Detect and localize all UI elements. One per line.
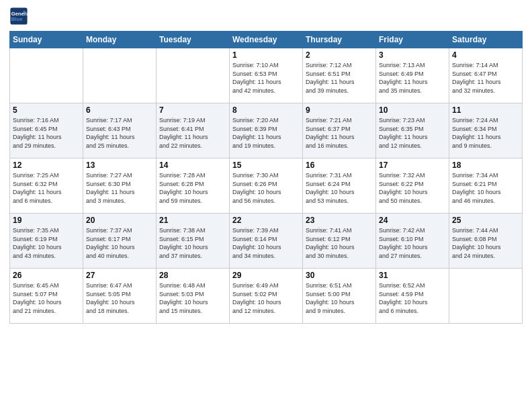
day-info: Sunrise: 7:24 AM Sunset: 6:34 PM Dayligh…: [452, 116, 519, 150]
day-number: 19: [13, 216, 80, 225]
day-number: 14: [159, 161, 226, 170]
day-info: Sunrise: 7:37 AM Sunset: 6:17 PM Dayligh…: [86, 226, 153, 260]
day-number: 3: [379, 50, 446, 60]
day-number: 24: [379, 216, 446, 225]
day-cell-15: 15Sunrise: 7:30 AM Sunset: 6:26 PM Dayli…: [230, 158, 303, 214]
day-cell-10: 10Sunrise: 7:23 AM Sunset: 6:35 PM Dayli…: [376, 103, 449, 158]
day-info: Sunrise: 7:34 AM Sunset: 6:21 PM Dayligh…: [452, 171, 519, 205]
day-cell-27: 27Sunrise: 6:47 AM Sunset: 5:05 PM Dayli…: [83, 269, 157, 324]
week-row-1: 1Sunrise: 7:10 AM Sunset: 6:53 PM Daylig…: [10, 48, 523, 103]
day-number: 28: [159, 271, 226, 280]
day-cell-30: 30Sunrise: 6:51 AM Sunset: 5:00 PM Dayli…: [303, 269, 376, 324]
day-number: 11: [452, 105, 519, 115]
week-row-2: 5Sunrise: 7:16 AM Sunset: 6:45 PM Daylig…: [10, 103, 523, 158]
day-number: 21: [159, 216, 226, 225]
empty-cell: [83, 48, 157, 103]
day-cell-20: 20Sunrise: 7:37 AM Sunset: 6:17 PM Dayli…: [83, 214, 157, 269]
day-number: 25: [452, 216, 519, 225]
day-cell-23: 23Sunrise: 7:41 AM Sunset: 6:12 PM Dayli…: [303, 214, 376, 269]
day-number: 23: [306, 216, 373, 225]
day-number: 7: [159, 105, 226, 115]
day-cell-7: 7Sunrise: 7:19 AM Sunset: 6:41 PM Daylig…: [157, 103, 230, 158]
day-cell-31: 31Sunrise: 6:52 AM Sunset: 4:59 PM Dayli…: [376, 269, 449, 324]
day-number: 20: [86, 216, 153, 225]
day-info: Sunrise: 6:47 AM Sunset: 5:05 PM Dayligh…: [86, 281, 153, 315]
weekday-header-wednesday: Wednesday: [230, 32, 303, 48]
day-info: Sunrise: 7:21 AM Sunset: 6:37 PM Dayligh…: [306, 116, 373, 150]
header: General Blue: [9, 7, 523, 26]
logo-icon: General Blue: [9, 7, 28, 26]
day-number: 1: [232, 50, 300, 60]
day-cell-13: 13Sunrise: 7:27 AM Sunset: 6:30 PM Dayli…: [83, 158, 157, 214]
weekday-header-row: SundayMondayTuesdayWednesdayThursdayFrid…: [10, 32, 523, 48]
week-row-5: 26Sunrise: 6:45 AM Sunset: 5:07 PM Dayli…: [10, 269, 523, 324]
day-info: Sunrise: 7:13 AM Sunset: 6:49 PM Dayligh…: [379, 61, 446, 95]
day-cell-29: 29Sunrise: 6:49 AM Sunset: 5:02 PM Dayli…: [230, 269, 303, 324]
day-info: Sunrise: 7:10 AM Sunset: 6:53 PM Dayligh…: [232, 61, 300, 95]
day-info: Sunrise: 7:14 AM Sunset: 6:47 PM Dayligh…: [452, 61, 519, 95]
svg-text:General: General: [11, 11, 28, 17]
day-cell-6: 6Sunrise: 7:17 AM Sunset: 6:43 PM Daylig…: [83, 103, 157, 158]
weekday-header-monday: Monday: [83, 32, 157, 48]
day-cell-26: 26Sunrise: 6:45 AM Sunset: 5:07 PM Dayli…: [10, 269, 83, 324]
day-info: Sunrise: 7:42 AM Sunset: 6:10 PM Dayligh…: [379, 226, 446, 260]
day-info: Sunrise: 6:51 AM Sunset: 5:00 PM Dayligh…: [306, 281, 373, 315]
day-number: 9: [306, 105, 373, 115]
weekday-header-tuesday: Tuesday: [157, 32, 230, 48]
day-info: Sunrise: 7:27 AM Sunset: 6:30 PM Dayligh…: [86, 171, 153, 205]
day-info: Sunrise: 7:25 AM Sunset: 6:32 PM Dayligh…: [13, 171, 80, 205]
week-row-4: 19Sunrise: 7:35 AM Sunset: 6:19 PM Dayli…: [10, 214, 523, 269]
day-info: Sunrise: 7:32 AM Sunset: 6:22 PM Dayligh…: [379, 171, 446, 205]
day-cell-21: 21Sunrise: 7:38 AM Sunset: 6:15 PM Dayli…: [157, 214, 230, 269]
day-number: 8: [232, 105, 300, 115]
day-number: 31: [379, 271, 446, 280]
day-info: Sunrise: 7:19 AM Sunset: 6:41 PM Dayligh…: [159, 116, 226, 150]
day-cell-8: 8Sunrise: 7:20 AM Sunset: 6:39 PM Daylig…: [230, 103, 303, 158]
day-number: 5: [13, 105, 80, 115]
day-cell-24: 24Sunrise: 7:42 AM Sunset: 6:10 PM Dayli…: [376, 214, 449, 269]
day-info: Sunrise: 7:12 AM Sunset: 6:51 PM Dayligh…: [306, 61, 373, 95]
empty-cell: [157, 48, 230, 103]
day-number: 22: [232, 216, 300, 225]
day-cell-2: 2Sunrise: 7:12 AM Sunset: 6:51 PM Daylig…: [303, 48, 376, 103]
day-info: Sunrise: 6:48 AM Sunset: 5:03 PM Dayligh…: [159, 281, 226, 315]
day-cell-19: 19Sunrise: 7:35 AM Sunset: 6:19 PM Dayli…: [10, 214, 83, 269]
day-cell-1: 1Sunrise: 7:10 AM Sunset: 6:53 PM Daylig…: [230, 48, 303, 103]
day-info: Sunrise: 7:16 AM Sunset: 6:45 PM Dayligh…: [13, 116, 80, 150]
day-cell-4: 4Sunrise: 7:14 AM Sunset: 6:47 PM Daylig…: [449, 48, 523, 103]
day-info: Sunrise: 6:49 AM Sunset: 5:02 PM Dayligh…: [232, 281, 300, 315]
day-number: 13: [86, 161, 153, 170]
day-cell-3: 3Sunrise: 7:13 AM Sunset: 6:49 PM Daylig…: [376, 48, 449, 103]
week-row-3: 12Sunrise: 7:25 AM Sunset: 6:32 PM Dayli…: [10, 158, 523, 214]
day-cell-18: 18Sunrise: 7:34 AM Sunset: 6:21 PM Dayli…: [449, 158, 523, 214]
day-info: Sunrise: 6:52 AM Sunset: 4:59 PM Dayligh…: [379, 281, 446, 315]
weekday-header-thursday: Thursday: [303, 32, 376, 48]
day-number: 16: [306, 161, 373, 170]
day-cell-16: 16Sunrise: 7:31 AM Sunset: 6:24 PM Dayli…: [303, 158, 376, 214]
day-number: 15: [232, 161, 300, 170]
day-info: Sunrise: 6:45 AM Sunset: 5:07 PM Dayligh…: [13, 281, 80, 315]
day-number: 6: [86, 105, 153, 115]
day-info: Sunrise: 7:28 AM Sunset: 6:28 PM Dayligh…: [159, 171, 226, 205]
day-cell-22: 22Sunrise: 7:39 AM Sunset: 6:14 PM Dayli…: [230, 214, 303, 269]
day-info: Sunrise: 7:39 AM Sunset: 6:14 PM Dayligh…: [232, 226, 300, 260]
day-cell-17: 17Sunrise: 7:32 AM Sunset: 6:22 PM Dayli…: [376, 158, 449, 214]
weekday-header-saturday: Saturday: [449, 32, 523, 48]
day-cell-25: 25Sunrise: 7:44 AM Sunset: 6:08 PM Dayli…: [449, 214, 523, 269]
day-info: Sunrise: 7:35 AM Sunset: 6:19 PM Dayligh…: [13, 226, 80, 260]
day-number: 18: [452, 161, 519, 170]
day-number: 30: [306, 271, 373, 280]
day-info: Sunrise: 7:44 AM Sunset: 6:08 PM Dayligh…: [452, 226, 519, 260]
day-number: 10: [379, 105, 446, 115]
day-number: 17: [379, 161, 446, 170]
day-info: Sunrise: 7:38 AM Sunset: 6:15 PM Dayligh…: [159, 226, 226, 260]
day-info: Sunrise: 7:17 AM Sunset: 6:43 PM Dayligh…: [86, 116, 153, 150]
day-cell-5: 5Sunrise: 7:16 AM Sunset: 6:45 PM Daylig…: [10, 103, 83, 158]
day-cell-12: 12Sunrise: 7:25 AM Sunset: 6:32 PM Dayli…: [10, 158, 83, 214]
logo: General Blue: [9, 7, 28, 26]
day-cell-28: 28Sunrise: 6:48 AM Sunset: 5:03 PM Dayli…: [157, 269, 230, 324]
empty-cell: [449, 269, 523, 324]
day-number: 29: [232, 271, 300, 280]
weekday-header-friday: Friday: [376, 32, 449, 48]
page: General Blue SundayMondayTuesdayWednesda…: [0, 0, 532, 411]
